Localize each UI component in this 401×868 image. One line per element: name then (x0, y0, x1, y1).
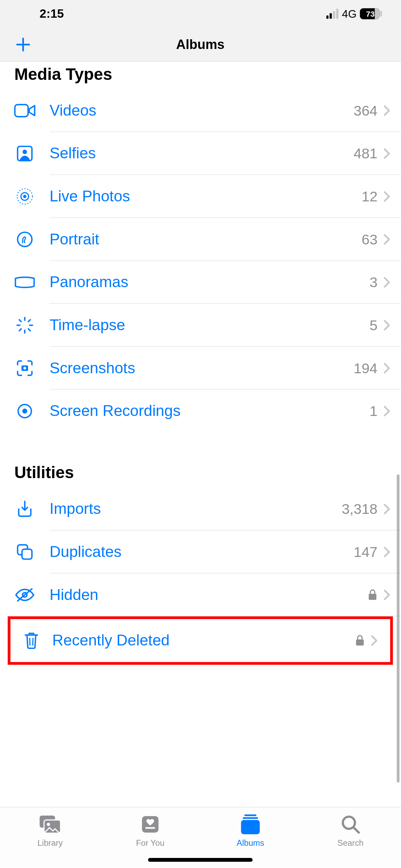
row-count: 1 (369, 402, 377, 419)
row-live-photos[interactable]: Live Photos 12 (0, 175, 401, 218)
row-count: 3,318 (342, 501, 377, 518)
row-count: 194 (354, 360, 378, 377)
scroll-indicator[interactable] (397, 474, 400, 783)
row-panoramas[interactable]: Panoramas 3 (0, 261, 401, 304)
svg-rect-31 (145, 827, 155, 829)
svg-line-24 (30, 638, 30, 645)
svg-point-29 (47, 823, 50, 826)
row-label: Imports (50, 500, 342, 518)
row-count: 147 (354, 543, 378, 560)
svg-rect-34 (241, 820, 260, 834)
svg-point-16 (23, 367, 26, 369)
chevron-icon (383, 589, 391, 601)
row-portrait[interactable]: Portrait 63 (0, 218, 401, 261)
row-videos[interactable]: Videos 364 (0, 89, 401, 132)
tab-label: Library (37, 838, 63, 848)
status-bar: 2:15 4G 73 (0, 0, 401, 27)
utilities-list: Imports 3,318 Duplicates 147 Hid (0, 487, 401, 665)
row-screen-recordings[interactable]: Screen Recordings 1 (0, 390, 401, 433)
trash-icon (10, 631, 52, 650)
svg-rect-0 (15, 105, 28, 117)
row-label: Duplicates (50, 543, 354, 561)
nav-header: Albums (0, 27, 401, 61)
svg-rect-33 (243, 817, 258, 819)
svg-line-12 (28, 329, 31, 331)
person-square-icon (0, 145, 50, 162)
tab-library[interactable]: Library (0, 807, 100, 857)
livephoto-icon (0, 186, 50, 206)
nav-title: Albums (176, 36, 225, 52)
foryou-icon (140, 813, 161, 836)
media-types-list: Videos 364 Selfies 481 Live Phot (0, 89, 401, 433)
content: Media Types Videos 364 Selfies 481 (0, 62, 401, 720)
row-label: Panoramas (50, 274, 370, 291)
svg-point-4 (23, 195, 27, 198)
chevron-icon (383, 148, 391, 160)
row-label: Videos (50, 102, 354, 119)
search-icon (340, 813, 361, 836)
import-icon (0, 500, 50, 518)
tab-label: Search (337, 838, 364, 848)
highlight-box: Recently Deleted (8, 616, 393, 665)
add-button[interactable] (12, 33, 34, 55)
screenshot-icon (0, 359, 50, 377)
timelapse-icon (0, 315, 50, 335)
row-selfies[interactable]: Selfies 481 (0, 132, 401, 175)
row-label: Screenshots (50, 359, 354, 377)
svg-line-25 (33, 638, 33, 645)
row-timelapse[interactable]: Time-lapse 5 (0, 304, 401, 347)
row-count: 12 (361, 188, 377, 205)
row-count: 3 (369, 274, 377, 291)
row-label: Screen Recordings (50, 402, 370, 420)
tab-label: For You (136, 838, 165, 848)
svg-line-36 (354, 828, 359, 833)
row-recently-deleted[interactable]: Recently Deleted (10, 619, 388, 662)
chevron-icon (383, 319, 391, 331)
svg-rect-23 (369, 594, 376, 600)
row-label: Recently Deleted (52, 632, 355, 650)
panorama-icon (0, 275, 50, 290)
row-label: Time-lapse (50, 316, 370, 334)
svg-line-14 (19, 329, 21, 331)
svg-point-18 (22, 409, 27, 414)
duplicate-icon (0, 543, 50, 561)
lock-icon (368, 589, 378, 601)
svg-rect-26 (356, 640, 364, 645)
chevron-icon (383, 546, 391, 558)
row-count: 63 (361, 231, 377, 248)
tab-albums[interactable]: Albums (200, 807, 300, 857)
home-indicator[interactable] (148, 858, 252, 862)
row-label: Selfies (50, 145, 354, 162)
chevron-icon (383, 276, 391, 289)
record-icon (0, 402, 50, 420)
row-duplicates[interactable]: Duplicates 147 (0, 531, 401, 574)
chevron-icon (383, 503, 391, 515)
row-hidden[interactable]: Hidden (0, 574, 401, 617)
row-label: Hidden (50, 586, 368, 604)
row-imports[interactable]: Imports 3,318 (0, 487, 401, 531)
svg-rect-20 (22, 549, 32, 559)
row-screenshots[interactable]: Screenshots 194 (0, 347, 401, 390)
chevron-icon (370, 635, 378, 647)
svg-line-11 (19, 320, 21, 322)
hidden-icon (0, 587, 50, 603)
svg-point-2 (23, 150, 27, 154)
status-right: 4G 73 (326, 7, 379, 20)
row-label: Live Photos (50, 187, 362, 205)
chevron-icon (383, 362, 391, 374)
chevron-icon (383, 405, 391, 417)
battery-icon: 73 (360, 8, 380, 19)
signal-icon (326, 9, 339, 19)
library-icon (37, 813, 63, 836)
status-time: 2:15 (40, 7, 64, 21)
video-icon (0, 102, 50, 119)
svg-line-13 (28, 320, 31, 322)
tab-search[interactable]: Search (300, 807, 400, 857)
section-title-utilities: Utilities (0, 460, 401, 487)
network-label: 4G (342, 7, 357, 20)
svg-rect-32 (244, 815, 257, 816)
section-title-media-types: Media Types (0, 62, 401, 89)
tab-for-you[interactable]: For You (100, 807, 200, 857)
tab-label: Albums (237, 838, 264, 848)
row-count: 481 (354, 145, 378, 162)
